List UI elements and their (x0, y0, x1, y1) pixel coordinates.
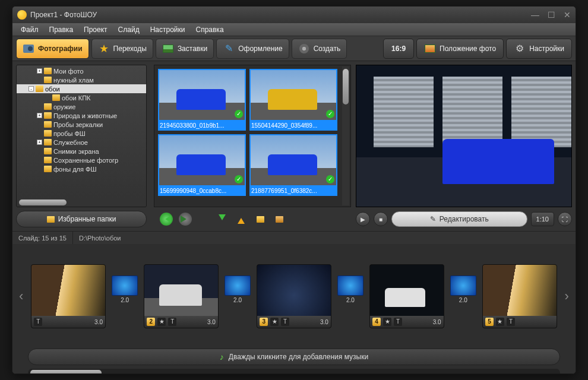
timeline-next-button[interactable]: › (562, 289, 572, 304)
expand-placeholder (37, 122, 42, 127)
tree-item[interactable]: оружие (17, 102, 146, 111)
brush-icon: ✎ (223, 43, 235, 55)
current-path: D:\Photo\обои (79, 235, 121, 242)
timeline-slide[interactable]: 5★T (482, 264, 557, 328)
nav-forward-button[interactable] (179, 213, 192, 226)
add-down-button[interactable] (216, 213, 229, 226)
close-button[interactable]: ✕ (564, 10, 571, 20)
transition-item[interactable]: 2.0 (336, 276, 365, 317)
transition-item[interactable]: 2.0 (110, 276, 139, 317)
slide-star-icon[interactable]: ★ (383, 318, 391, 326)
app-window: Проект1 - ФотоШОУ — ☐ ✕ Файл Правка Прое… (12, 6, 576, 374)
menu-edit[interactable]: Правка (45, 24, 78, 35)
slide-star-icon[interactable]: ★ (157, 318, 166, 326)
thumbnail-image: ✓ (249, 134, 337, 186)
slide-bar: 2★T3.0 (144, 316, 218, 328)
favorite-folders-button[interactable]: Избранные папки (16, 211, 147, 227)
timeline-slide[interactable]: 4★T3.0 (369, 264, 444, 328)
tab-transitions[interactable]: ★ Переходы (91, 39, 153, 59)
settings-button[interactable]: ⚙ Настройки (506, 39, 572, 59)
menu-project[interactable]: Проект (79, 24, 112, 35)
folder-tree[interactable]: +Мои фотонужный хлам-обоиобои КПКоружие+… (16, 65, 147, 207)
fullscreen-button[interactable]: ⛶ (558, 212, 572, 226)
slide-star-icon[interactable]: ★ (270, 318, 279, 326)
tree-item[interactable]: Пробы зеркалки (17, 120, 146, 129)
reel-icon (298, 43, 310, 55)
folder-open-icon (276, 216, 283, 223)
tree-item[interactable]: Сохраненные фотогр (17, 156, 146, 164)
thumbnail-item[interactable]: ✓21945033800_01b9b1... (158, 69, 246, 131)
tree-item-label: фоны для ФШ (53, 166, 97, 173)
timeline-prev-button[interactable]: ‹ (16, 289, 26, 304)
thumbnail-item[interactable]: ✓21887769951_0f6382c... (249, 134, 337, 196)
tree-item[interactable]: фоны для ФШ (17, 164, 146, 173)
thumbnail-item[interactable]: ✓15504144290_0354f89... (249, 69, 337, 131)
thumbnail-grid: ✓21945033800_01b9b1...✓15504144290_0354f… (154, 65, 351, 207)
gear-icon: ⚙ (514, 43, 526, 55)
slide-image (31, 265, 105, 316)
remove-up-button[interactable] (235, 213, 248, 226)
tab-photos[interactable]: Фотографии (16, 39, 89, 59)
menu-help[interactable]: Справка (191, 24, 228, 35)
tree-item[interactable]: Снимки экрана (17, 147, 146, 156)
picture-icon (162, 43, 174, 55)
tree-h-scrollbar[interactable] (17, 198, 146, 207)
slide-number: 4 (372, 318, 381, 326)
tree-item[interactable]: +Служебное (17, 138, 146, 147)
maximize-button[interactable]: ☐ (548, 10, 555, 20)
menu-slide[interactable]: Слайд (113, 24, 144, 35)
transition-thumb (337, 276, 363, 296)
minimize-button[interactable]: — (531, 10, 539, 20)
tab-create[interactable]: Создать (292, 39, 347, 59)
nav-back-button[interactable] (160, 213, 173, 226)
transition-thumb (225, 276, 251, 296)
slide-text-icon[interactable]: T (394, 318, 402, 326)
timeline-slide[interactable]: T3.0 (31, 264, 106, 328)
collapse-icon[interactable]: - (29, 86, 34, 91)
add-folder-button[interactable] (254, 213, 267, 226)
tree-item[interactable]: +Мои фото (17, 66, 146, 75)
add-file-button[interactable] (273, 213, 286, 226)
expand-icon[interactable]: + (37, 140, 42, 145)
tab-splash[interactable]: Заставки (156, 39, 214, 59)
music-note-icon: ♪ (220, 352, 224, 362)
play-button[interactable]: ▶ (356, 212, 370, 226)
tree-item[interactable]: нужный хлам (17, 75, 146, 84)
aspect-button[interactable]: 16:9 (383, 39, 414, 59)
settings-label: Настройки (529, 45, 564, 53)
menubar: Файл Правка Проект Слайд Настройки Справ… (12, 23, 576, 36)
tree-item[interactable]: +Природа и животные (17, 111, 146, 120)
tree-item[interactable]: обои КПК (17, 93, 146, 102)
transition-item[interactable]: 2.0 (223, 276, 252, 317)
slide-text-icon[interactable]: T (168, 318, 176, 326)
expand-icon[interactable]: + (37, 68, 42, 74)
menu-settings[interactable]: Настройки (146, 24, 190, 35)
tree-item[interactable]: пробы ФШ (17, 129, 146, 138)
preview-image (356, 65, 571, 207)
slide-text-icon[interactable]: T (34, 318, 42, 326)
slide-star-icon[interactable]: ★ (496, 318, 504, 326)
thumbnail-image: ✓ (158, 134, 246, 186)
thumbnail-filename: 21887769951_0f6382c... (249, 186, 337, 196)
stop-button[interactable]: ■ (374, 212, 388, 226)
thumbnail-item[interactable]: ✓15699990948_0ccab8c... (158, 134, 246, 196)
edit-button[interactable]: ✎ Редактировать (391, 211, 527, 227)
tab-design[interactable]: ✎ Оформление (216, 39, 289, 59)
thumbs-v-scrollbar[interactable] (342, 66, 349, 205)
tree-item-label: Служебное (53, 139, 88, 146)
transition-item[interactable]: 2.0 (449, 276, 478, 317)
main-toolbar: Фотографии ★ Переходы Заставки ✎ Оформле… (12, 36, 576, 61)
folder-icon (44, 130, 52, 137)
add-music-track[interactable]: ♪ Дважды кликните для добавления музыки (28, 349, 560, 365)
tree-item[interactable]: -обои (17, 84, 146, 93)
timeline-slide[interactable]: 2★T3.0 (144, 264, 219, 328)
titlebar[interactable]: Проект1 - ФотоШОУ — ☐ ✕ (12, 7, 576, 23)
timeline-slide[interactable]: 3★T3.0 (257, 264, 331, 328)
menu-file[interactable]: Файл (16, 24, 43, 35)
add-music-label: Дважды кликните для добавления музыки (229, 353, 368, 361)
expand-icon[interactable]: + (37, 113, 42, 118)
photo-position-button[interactable]: Положение фото (416, 39, 504, 59)
slide-text-icon[interactable]: T (507, 318, 515, 326)
slide-text-icon[interactable]: T (281, 318, 289, 326)
timeline-scrollbar[interactable] (28, 369, 560, 374)
